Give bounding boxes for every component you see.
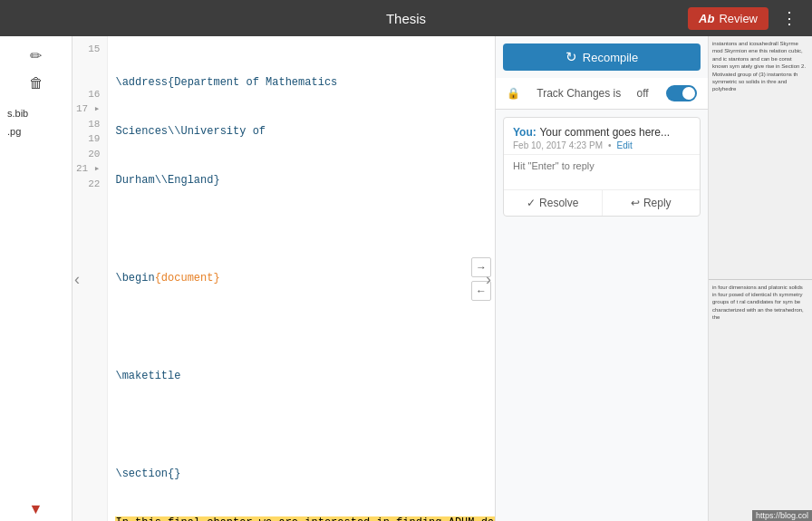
comment-edit-link[interactable]: Edit (616, 140, 632, 150)
ln-22: 22 (76, 177, 100, 192)
ln-blank2 (76, 72, 100, 87)
reply-icon: ↩ (631, 197, 640, 209)
code-line-16 (115, 221, 488, 237)
comment-actions: ✓ Resolve ↩ Reply (504, 189, 700, 216)
editor-left-arrow[interactable]: ‹ (72, 265, 83, 292)
code-line-17: \begin{document} (115, 270, 488, 286)
top-bar-right: Ab Review ⋮ (688, 6, 803, 30)
track-changes-label: Track Changes is (536, 87, 621, 100)
app-title: Thesis (386, 11, 426, 26)
comment-header: You: Your comment goes here... Feb 10, 2… (504, 118, 700, 154)
toggle-track[interactable] (666, 85, 697, 101)
sidebar-files: s.bib .pg (0, 102, 72, 497)
code-line-15: \address{Department of Mathematics (115, 74, 488, 91)
ln-blank1 (76, 57, 100, 72)
code-text[interactable]: \address{Department of Mathematics Scien… (108, 36, 495, 521)
ln-20: 20 (76, 147, 100, 162)
url-bar: https://blog.col (752, 510, 812, 521)
editor-area: 15 16 17 ▸ 18 19 20 21 ▸ 22 \address{Dep… (72, 36, 495, 521)
track-status: off (637, 87, 649, 100)
sidebar-icons: ✏ 🗑 (0, 36, 72, 102)
recompile-button[interactable]: ↻ Recompile (503, 43, 701, 71)
comment-meta: Feb 10, 2017 4:23 PM • Edit (513, 140, 691, 150)
resolve-icon: ✓ (527, 197, 536, 209)
right-preview: instantons and icosahedrall Skyrme mod S… (708, 36, 812, 521)
review-icon: Ab (699, 12, 714, 25)
code-line-18 (115, 319, 488, 335)
ln-21: 21 ▸ (76, 161, 100, 177)
code-line-19: \maketitle (115, 368, 488, 384)
comment-box: You: Your comment goes here... Feb 10, 2… (503, 117, 701, 217)
reply-label: Reply (643, 197, 672, 209)
comment-reply-input[interactable] (504, 154, 700, 187)
comment-author: You: (513, 126, 536, 139)
right-preview-top: instantons and icosahedrall Skyrme mod S… (709, 36, 812, 279)
comment-separator: • (608, 140, 612, 150)
track-changes-bar: 🔒 Track Changes is off (496, 78, 708, 110)
ln-19: 19 (76, 131, 100, 147)
lock-icon: 🔒 (507, 87, 520, 100)
ln-15: 15 (76, 42, 100, 57)
track-changes-toggle[interactable] (666, 85, 697, 101)
recompile-label: Recompile (583, 51, 638, 64)
toggle-thumb (682, 87, 695, 100)
editor-right-arrow[interactable]: › (482, 265, 495, 292)
resolve-button[interactable]: ✓ Resolve (504, 190, 603, 216)
ln-16: 16 (76, 87, 100, 102)
top-bar: Thesis Ab Review ⋮ (0, 0, 812, 36)
edit-icon-button[interactable]: ✏ (0, 42, 72, 70)
ln-18: 18 (76, 117, 100, 132)
reply-button[interactable]: ↩ Reply (603, 190, 701, 216)
code-line-21: \section{} (115, 466, 488, 482)
review-label: Review (719, 12, 758, 25)
code-line-15c: Durham\\England} (115, 172, 488, 188)
ln-17: 17 ▸ (76, 101, 100, 117)
sidebar-file-pg[interactable]: .pg (4, 124, 68, 139)
comment-date: Feb 10, 2017 4:23 PM (513, 140, 603, 150)
editor-content[interactable]: 15 16 17 ▸ 18 19 20 21 ▸ 22 \address{Dep… (72, 36, 495, 521)
delete-icon-button[interactable]: 🗑 (0, 70, 72, 97)
resolve-label: Resolve (539, 197, 578, 209)
left-sidebar: ✏ 🗑 s.bib .pg ▼ (0, 36, 72, 521)
comments-panel: ↻ Recompile 🔒 Track Changes is off You: … (495, 36, 708, 521)
code-line-22: In this final chapter we are interested … (115, 515, 488, 521)
comment-text: Your comment goes here... (539, 126, 670, 139)
sidebar-collapse-arrow[interactable]: ▼ (0, 497, 72, 521)
sidebar-file-bib[interactable]: s.bib (4, 106, 68, 121)
review-button[interactable]: Ab Review (688, 7, 768, 30)
kebab-button[interactable]: ⋮ (776, 6, 803, 30)
recompile-icon: ↻ (566, 49, 577, 65)
main-layout: ✏ 🗑 s.bib .pg ▼ 15 16 17 ▸ 18 19 20 21 ▸… (0, 36, 812, 521)
code-line-20 (115, 417, 488, 433)
right-preview-bottom: in four dimensions and platonic solids i… (709, 279, 812, 522)
code-line-15b: Sciences\\University of (115, 123, 488, 140)
